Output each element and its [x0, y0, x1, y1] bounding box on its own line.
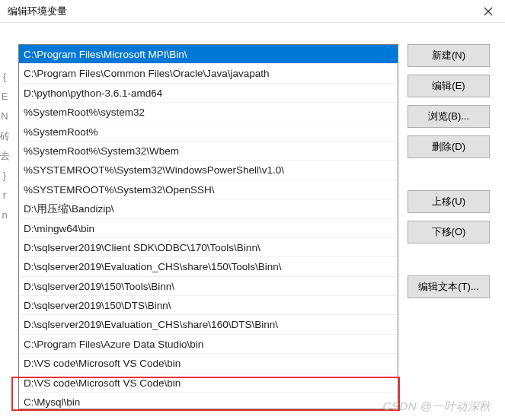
dialog-body: {EN砖去}rn C:\Program Files\Microsoft MPI\… [0, 23, 505, 420]
moveup-button[interactable]: 上移(U) [408, 190, 490, 213]
list-item[interactable]: D:\sqlserver2019\150\DTS\Binn\ [19, 296, 398, 315]
gutter-char: r [0, 186, 9, 205]
list-item[interactable]: D:\VS code\Microsoft VS Code\bin [19, 354, 398, 373]
path-listbox[interactable]: C:\Program Files\Microsoft MPI\Bin\C:\Pr… [18, 44, 398, 409]
list-item[interactable]: %SystemRoot%\System32\Wbem [19, 142, 398, 161]
list-item[interactable]: C:\Program Files\Microsoft MPI\Bin\ [19, 45, 398, 64]
list-item[interactable]: %SystemRoot%\system32 [19, 103, 398, 122]
list-item[interactable]: %SYSTEMROOT%\System32\OpenSSH\ [19, 180, 398, 199]
gutter-char: N [0, 107, 9, 126]
new-button[interactable]: 新建(N) [408, 44, 490, 67]
list-item[interactable]: C:\Mysql\bin [19, 393, 398, 409]
button-column: 新建(N) 编辑(E) 浏览(B)... 删除(D) 上移(U) 下移(O) 编… [408, 44, 490, 420]
close-button[interactable] [471, 0, 505, 23]
spacer [408, 166, 490, 183]
list-item[interactable]: D:\用压缩\Bandizip\ [19, 199, 398, 218]
titlebar: 编辑环境变量 [0, 0, 505, 23]
gutter-char: { [0, 67, 9, 87]
list-item[interactable]: C:\Program Files\Azure Data Studio\bin [19, 335, 398, 354]
list-item[interactable]: D:\sqlserver2019\150\Tools\Binn\ [19, 277, 398, 296]
gutter-char: } [0, 166, 9, 186]
list-item[interactable]: D:\sqlserver2019\Client SDK\ODBC\170\Too… [19, 238, 398, 257]
list-item[interactable]: D:\mingw64\bin [19, 219, 398, 238]
edit-button[interactable]: 编辑(E) [408, 75, 490, 97]
close-icon [484, 7, 493, 16]
gutter-char: n [0, 205, 9, 225]
gutter-char: 去 [0, 146, 9, 166]
list-item[interactable]: C:\Program Files\Common Files\Oracle\Jav… [19, 64, 398, 83]
gutter-char: E [0, 87, 9, 107]
left-gutter: {EN砖去}rn [0, 44, 9, 420]
edittext-button[interactable]: 编辑文本(T)... [408, 275, 490, 298]
browse-button[interactable]: 浏览(B)... [408, 105, 490, 128]
delete-button[interactable]: 删除(D) [408, 135, 490, 158]
list-item[interactable]: D:\VS code\Microsoft VS Code\bin [19, 374, 398, 393]
list-item[interactable]: %SYSTEMROOT%\System32\WindowsPowerShell\… [19, 161, 398, 180]
movedown-button[interactable]: 下移(O) [408, 221, 490, 243]
window-title: 编辑环境变量 [8, 5, 67, 18]
list-item[interactable]: D:\sqlserver2019\Evaluation_CHS\share\16… [19, 315, 398, 334]
list-item[interactable]: D:\python\python-3.6.1-amd64 [19, 84, 398, 103]
list-item[interactable]: %SystemRoot% [19, 123, 398, 142]
list-item[interactable]: D:\sqlserver2019\Evaluation_CHS\share\15… [19, 257, 398, 276]
spacer [408, 251, 490, 268]
gutter-char: 砖 [0, 126, 9, 146]
